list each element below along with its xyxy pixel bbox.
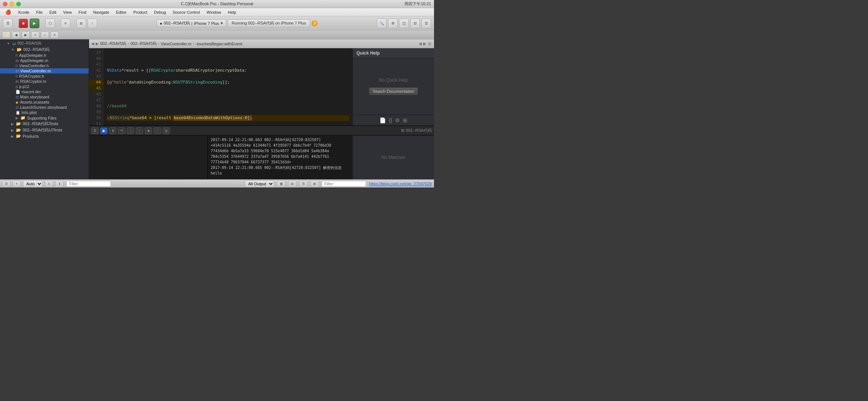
sidebar-group-project[interactable]: ▼ 🗂 002--RSA代码 bbox=[0, 39, 89, 46]
menu-find[interactable]: Find bbox=[76, 9, 89, 15]
breakpoint-nav-button[interactable]: ◈ bbox=[145, 127, 152, 134]
sidebar-item-appdelegate-h[interactable]: h AppDelegate.h bbox=[0, 53, 89, 58]
nav-prev-btn[interactable]: ◀ bbox=[419, 42, 422, 46]
console-line-2: <414c5116 4a35594e 61344b71 4f395077 6b6… bbox=[211, 143, 349, 148]
sidebar-item-viewcontroller-m[interactable]: m ViewController.m bbox=[0, 68, 89, 74]
nav-breadcrumb-4[interactable]: -touchesBegan:withEvent: bbox=[196, 42, 243, 46]
status-grid-btn[interactable]: ⊞ bbox=[310, 180, 319, 187]
breakpoint-button[interactable]: ⬡ bbox=[45, 19, 55, 28]
menu-source[interactable]: Source Control bbox=[170, 9, 203, 15]
scheme-selector[interactable]: ● 002--RSA代码 | iPhone 7 Plus ▾ bbox=[157, 19, 226, 27]
stepper-button[interactable]: ≡ bbox=[61, 19, 70, 28]
filter-input-2[interactable] bbox=[322, 181, 366, 187]
fullscreen-button[interactable] bbox=[16, 2, 21, 6]
nav-next-btn[interactable]: ▶ bbox=[423, 42, 426, 46]
share-debug-button[interactable]: ↑ bbox=[154, 127, 161, 134]
back-button[interactable]: ◀ bbox=[12, 32, 20, 38]
m-file-icon: m bbox=[16, 59, 19, 63]
products-folder-icon: 📂 bbox=[16, 134, 21, 138]
step-in-button[interactable]: ↓ bbox=[127, 127, 134, 134]
run-button[interactable]: ▶ bbox=[30, 19, 39, 28]
output-selector[interactable]: All Output bbox=[245, 180, 274, 187]
doc-icon[interactable]: 📄 bbox=[379, 117, 386, 123]
auto-selector[interactable]: Auto bbox=[23, 180, 43, 187]
sidebar-group-products[interactable]: ▶ 📂 Products bbox=[0, 133, 89, 139]
sidebar-item-rsacryptor-m[interactable]: m RSACryptor.m bbox=[0, 79, 89, 84]
sidebar-item-viewcontroller-h[interactable]: h ViewController.h bbox=[0, 63, 89, 68]
sort-button[interactable]: ↕ bbox=[41, 32, 49, 38]
filter-button[interactable]: ≡ bbox=[50, 32, 59, 38]
stop-button[interactable]: ■ bbox=[19, 19, 28, 28]
share-button[interactable]: ↑ bbox=[88, 19, 97, 28]
status-hide-btn[interactable]: ☰ bbox=[2, 180, 10, 187]
nav-breadcrumb-2[interactable]: 002--RSA代码 bbox=[131, 41, 157, 46]
step-over-button[interactable]: ↷ bbox=[118, 127, 125, 134]
code-text[interactable]: NSData *result = [[RSACryptor sharedRSAC… bbox=[104, 48, 352, 125]
status-add-btn[interactable]: + bbox=[13, 180, 21, 187]
hide-console-button[interactable]: ☰ bbox=[91, 127, 99, 134]
status-clear-btn[interactable]: 🗑 bbox=[277, 180, 285, 187]
add-button[interactable]: + bbox=[31, 32, 39, 38]
menu-view[interactable]: View bbox=[60, 9, 75, 15]
window-controls[interactable] bbox=[3, 2, 21, 6]
layout-button-3[interactable]: ☰ bbox=[421, 19, 431, 28]
nav-breadcrumb-3[interactable]: ViewController.m bbox=[161, 42, 191, 46]
sidebar-item-mainstoryboard[interactable]: ⊡ Main.storyboard bbox=[0, 94, 89, 100]
layout-button-1[interactable]: ◫ bbox=[399, 19, 409, 28]
step-out-button[interactable]: ↑ bbox=[136, 127, 143, 134]
nav-next[interactable]: ▶ bbox=[96, 42, 99, 46]
sidebar-item-assets[interactable]: ◆ Assets.xcassets bbox=[0, 100, 89, 105]
menu-xcode[interactable]: Xcode bbox=[15, 9, 32, 15]
sidebar-item-rsacert[interactable]: 📄 rsacert.der bbox=[0, 89, 89, 94]
sidebar-item-rsacryptor-h[interactable]: h RSACryptor.h bbox=[0, 74, 89, 79]
close-button[interactable] bbox=[3, 2, 7, 6]
layout-button-2[interactable]: ⊟ bbox=[410, 19, 420, 28]
search-button[interactable]: 🔍 bbox=[377, 19, 387, 28]
braces-icon[interactable]: {} bbox=[389, 117, 392, 123]
console-button[interactable]: ▶ bbox=[100, 127, 108, 134]
layout-icon[interactable]: ⊞ bbox=[403, 117, 407, 123]
hide-navigator-button[interactable]: ☰ bbox=[3, 19, 13, 28]
sidebar-item-infoplist[interactable]: 📋 Info.plist bbox=[0, 110, 89, 115]
quick-help-panel: Quick Help No Quick Help Search Document… bbox=[352, 48, 434, 125]
sidebar-group-main[interactable]: ▼ 📂 002--RSA代码 bbox=[0, 46, 89, 53]
sidebar-item-appdelegate-m[interactable]: m AppDelegate.m bbox=[0, 58, 89, 63]
menu-edit[interactable]: Edit bbox=[46, 9, 59, 15]
status-warning-btn[interactable]: ⚠ bbox=[45, 180, 53, 187]
nav-prev[interactable]: ◀ bbox=[91, 42, 94, 46]
sidebar-item-p12[interactable]: p p.p12 bbox=[0, 84, 89, 89]
menu-editor[interactable]: Editor bbox=[113, 9, 129, 15]
forward-button[interactable]: ▶ bbox=[22, 32, 30, 38]
status-layout-1[interactable]: ⊟ bbox=[288, 180, 296, 187]
console-line-6: 2017-09-14 22:21:08.665 002--RSA代码[42720… bbox=[211, 165, 349, 176]
minimize-button[interactable] bbox=[10, 2, 14, 6]
folder-button[interactable]: 📁 bbox=[2, 32, 10, 38]
status-info-btn[interactable]: ℹ bbox=[55, 180, 63, 187]
menu-window[interactable]: Window bbox=[204, 9, 224, 15]
filter-input[interactable] bbox=[66, 181, 111, 187]
nav-breadcrumb-1[interactable]: 002--RSA代码 bbox=[100, 41, 126, 46]
menu-navigate[interactable]: Navigate bbox=[90, 9, 112, 15]
code-container[interactable]: 39 40 41 42 43 44 45 46 47 48 49 50 51 5… bbox=[89, 48, 352, 125]
menu-debug[interactable]: Debug bbox=[151, 9, 169, 15]
status-layout-2[interactable]: ☰ bbox=[299, 180, 308, 187]
pause-button[interactable]: ⏸ bbox=[109, 127, 116, 134]
warning-badge[interactable]: 3 bbox=[312, 20, 318, 26]
apple-menu[interactable]: 🍎 bbox=[2, 9, 14, 15]
menu-product[interactable]: Product bbox=[130, 9, 150, 15]
address-button[interactable]: ⊞ bbox=[76, 19, 86, 28]
sidebar-item-supporting-files[interactable]: ▶ 📁 Supporting Files bbox=[0, 115, 89, 121]
folder-icon: 📂 bbox=[17, 47, 22, 52]
search-documentation-button[interactable]: Search Documentation bbox=[369, 87, 418, 95]
sidebar-group-uitests[interactable]: ▶ 📂 002--RSA代码UITests bbox=[0, 127, 89, 133]
sidebar-item-launchscreen[interactable]: ⊡ LaunchScreen.storyboard bbox=[0, 105, 89, 110]
menu-help[interactable]: Help bbox=[225, 9, 239, 15]
gear-icon[interactable]: ⚙ bbox=[395, 117, 400, 123]
sidebar-group-tests[interactable]: ▶ 📂 002--RSA代码Tests bbox=[0, 121, 89, 127]
location-button[interactable]: ◎ bbox=[162, 127, 170, 134]
title-bar: C.C的MacBook Pro - Slashtop Personal 周四下午… bbox=[0, 0, 434, 8]
nav-add-btn[interactable]: ⊕ bbox=[428, 41, 432, 46]
preferences-button[interactable]: ⚙ bbox=[388, 19, 398, 28]
menu-file[interactable]: File bbox=[33, 9, 46, 15]
url-label[interactable]: https://blog.csdn.net/qq_27597629 bbox=[369, 182, 432, 186]
